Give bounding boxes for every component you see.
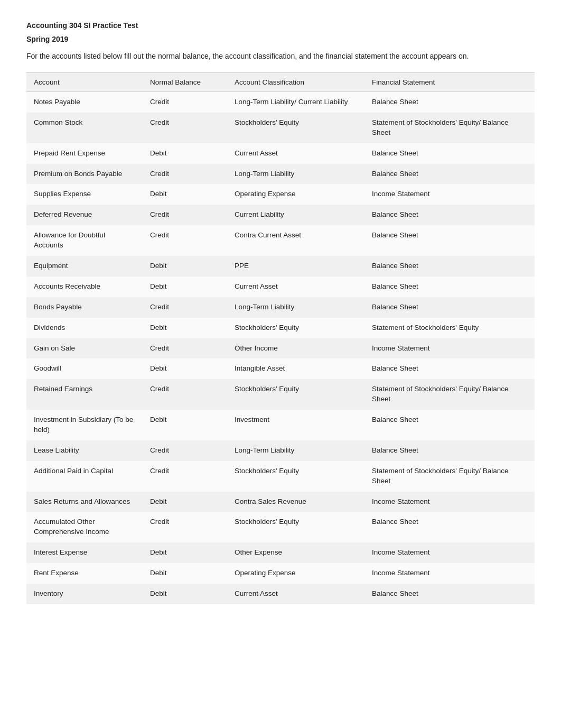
cell-financial-statement: Balance Sheet [364, 205, 535, 225]
cell-account: Bonds Payable [26, 297, 143, 318]
cell-financial-statement: Balance Sheet [364, 440, 535, 461]
table-row: Supplies ExpenseDebitOperating ExpenseIn… [26, 184, 535, 205]
col-financial-statement: Financial Statement [364, 73, 535, 92]
table-row: Lease LiabilityCreditLong-Term Liability… [26, 440, 535, 461]
table-row: Prepaid Rent ExpenseDebitCurrent AssetBa… [26, 143, 535, 164]
cell-normal-balance: Debit [143, 184, 227, 205]
cell-classification: Other Income [227, 338, 364, 359]
cell-account: Accumulated Other Comprehensive Income [26, 512, 143, 542]
cell-normal-balance: Credit [143, 92, 227, 113]
cell-normal-balance: Debit [143, 410, 227, 440]
accounts-table: Account Normal Balance Account Classific… [26, 72, 535, 604]
cell-classification: Intangible Asset [227, 358, 364, 379]
cell-account: Premium on Bonds Payable [26, 164, 143, 185]
cell-normal-balance: Debit [143, 563, 227, 584]
cell-financial-statement: Income Statement [364, 492, 535, 512]
cell-classification: Stockholders' Equity [227, 113, 364, 143]
cell-normal-balance: Debit [143, 256, 227, 277]
cell-normal-balance: Debit [143, 492, 227, 512]
cell-financial-statement: Income Statement [364, 563, 535, 584]
semester-label: Spring 2019 [26, 35, 535, 43]
cell-normal-balance: Credit [143, 205, 227, 225]
cell-classification: Current Asset [227, 584, 364, 604]
cell-classification: Contra Current Asset [227, 225, 364, 256]
col-classification: Account Classification [227, 73, 364, 92]
cell-normal-balance: Debit [143, 358, 227, 379]
table-row: Accumulated Other Comprehensive IncomeCr… [26, 512, 535, 542]
cell-financial-statement: Statement of Stockholders' Equity/ Balan… [364, 461, 535, 492]
cell-normal-balance: Credit [143, 461, 227, 492]
cell-normal-balance: Credit [143, 512, 227, 542]
cell-normal-balance: Debit [143, 143, 227, 164]
cell-normal-balance: Debit [143, 277, 227, 297]
table-row: Gain on SaleCreditOther IncomeIncome Sta… [26, 338, 535, 359]
cell-account: Investment in Subsidiary (To be held) [26, 410, 143, 440]
cell-classification: Operating Expense [227, 184, 364, 205]
table-row: Investment in Subsidiary (To be held)Deb… [26, 410, 535, 440]
cell-financial-statement: Balance Sheet [364, 225, 535, 256]
cell-financial-statement: Statement of Stockholders' Equity/ Balan… [364, 379, 535, 410]
cell-financial-statement: Balance Sheet [364, 256, 535, 277]
cell-account: Additional Paid in Capital [26, 461, 143, 492]
cell-classification: Long-Term Liability [227, 297, 364, 318]
cell-account: Dividends [26, 318, 143, 338]
cell-account: Prepaid Rent Expense [26, 143, 143, 164]
table-row: Notes PayableCreditLong-Term Liability/ … [26, 92, 535, 113]
cell-financial-statement: Balance Sheet [364, 297, 535, 318]
instructions-text: For the accounts listed below fill out t… [26, 51, 535, 62]
cell-classification: PPE [227, 256, 364, 277]
cell-normal-balance: Credit [143, 379, 227, 410]
cell-financial-statement: Balance Sheet [364, 584, 535, 604]
cell-financial-statement: Balance Sheet [364, 410, 535, 440]
cell-financial-statement: Balance Sheet [364, 277, 535, 297]
table-header-row: Account Normal Balance Account Classific… [26, 73, 535, 92]
cell-financial-statement: Balance Sheet [364, 92, 535, 113]
cell-normal-balance: Credit [143, 164, 227, 185]
cell-normal-balance: Credit [143, 338, 227, 359]
cell-normal-balance: Credit [143, 297, 227, 318]
cell-account: Interest Expense [26, 542, 143, 563]
table-row: Bonds PayableCreditLong-Term LiabilityBa… [26, 297, 535, 318]
cell-financial-statement: Income Statement [364, 184, 535, 205]
cell-financial-statement: Balance Sheet [364, 358, 535, 379]
table-row: Deferred RevenueCreditCurrent LiabilityB… [26, 205, 535, 225]
table-row: Premium on Bonds PayableCreditLong-Term … [26, 164, 535, 185]
page-title: Accounting 304 SI Practice Test [26, 21, 535, 30]
cell-classification: Operating Expense [227, 563, 364, 584]
cell-normal-balance: Credit [143, 225, 227, 256]
cell-classification: Current Asset [227, 143, 364, 164]
cell-financial-statement: Balance Sheet [364, 143, 535, 164]
col-normal-balance: Normal Balance [143, 73, 227, 92]
table-row: Retained EarningsCreditStockholders' Equ… [26, 379, 535, 410]
cell-account: Gain on Sale [26, 338, 143, 359]
table-row: Common StockCreditStockholders' EquitySt… [26, 113, 535, 143]
cell-normal-balance: Debit [143, 584, 227, 604]
cell-classification: Stockholders' Equity [227, 379, 364, 410]
cell-account: Equipment [26, 256, 143, 277]
cell-normal-balance: Credit [143, 440, 227, 461]
cell-account: Lease Liability [26, 440, 143, 461]
cell-classification: Current Liability [227, 205, 364, 225]
cell-classification: Stockholders' Equity [227, 461, 364, 492]
cell-classification: Long-Term Liability [227, 440, 364, 461]
table-row: InventoryDebitCurrent AssetBalance Sheet [26, 584, 535, 604]
cell-classification: Long-Term Liability [227, 164, 364, 185]
table-row: Allowance for Doubtful AccountsCreditCon… [26, 225, 535, 256]
cell-account: Allowance for Doubtful Accounts [26, 225, 143, 256]
cell-account: Common Stock [26, 113, 143, 143]
cell-normal-balance: Debit [143, 542, 227, 563]
cell-classification: Investment [227, 410, 364, 440]
cell-financial-statement: Balance Sheet [364, 164, 535, 185]
table-row: Rent ExpenseDebitOperating ExpenseIncome… [26, 563, 535, 584]
cell-account: Sales Returns and Allowances [26, 492, 143, 512]
cell-financial-statement: Income Statement [364, 542, 535, 563]
cell-classification: Other Expense [227, 542, 364, 563]
cell-account: Supplies Expense [26, 184, 143, 205]
table-row: GoodwillDebitIntangible AssetBalance She… [26, 358, 535, 379]
table-row: DividendsDebitStockholders' EquityStatem… [26, 318, 535, 338]
cell-financial-statement: Balance Sheet [364, 512, 535, 542]
table-row: Sales Returns and AllowancesDebitContra … [26, 492, 535, 512]
table-row: Additional Paid in CapitalCreditStockhol… [26, 461, 535, 492]
cell-financial-statement: Statement of Stockholders' Equity/ Balan… [364, 113, 535, 143]
cell-account: Rent Expense [26, 563, 143, 584]
